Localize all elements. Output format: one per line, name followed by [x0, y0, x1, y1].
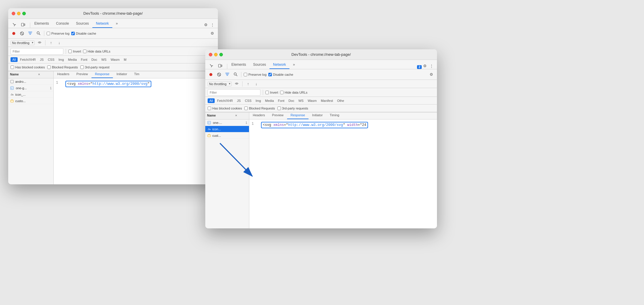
type-img-1[interactable]: Img [57, 57, 66, 62]
import-icon-1[interactable]: ↑ [48, 40, 54, 46]
detail-tab-response-2[interactable]: Response [287, 112, 309, 119]
type-doc-1[interactable]: Doc [90, 57, 99, 62]
import-icon-2[interactable]: ↑ [245, 81, 251, 87]
record-button-1[interactable] [11, 30, 17, 37]
type-other-2[interactable]: Othe [335, 98, 346, 103]
settings-icon-2[interactable]: ⚙ [422, 63, 428, 69]
tab-console-1[interactable]: Console [52, 20, 72, 28]
file-row-cust-2[interactable]: cust... [205, 132, 249, 139]
type-css-1[interactable]: CSS [46, 57, 56, 62]
type-font-2[interactable]: Font [276, 98, 286, 103]
invert-checkbox-1[interactable] [68, 50, 72, 53]
type-ws-1[interactable]: WS [99, 57, 108, 62]
type-media-1[interactable]: Media [66, 57, 79, 62]
settings-icon-1[interactable]: ⚙ [203, 21, 209, 28]
third-party-checkbox-1[interactable] [80, 65, 84, 69]
third-party-label-2[interactable]: 3rd-party requests [277, 107, 308, 110]
blocked-requests-label-1[interactable]: Blocked Requests [47, 65, 78, 69]
preserve-log-label-2[interactable]: Preserve log [244, 73, 267, 76]
type-manifest-2[interactable]: Manifest [319, 98, 335, 103]
detail-tab-initiator-2[interactable]: Initiator [309, 112, 326, 119]
detail-tab-initiator-1[interactable]: Initiator [113, 71, 131, 78]
close-button-2[interactable] [209, 53, 212, 56]
type-all-1[interactable]: All [11, 57, 18, 62]
more-icon-1[interactable]: ⋮ [209, 21, 216, 28]
type-fetch-1[interactable]: Fetch/XHR [18, 57, 38, 62]
preserve-log-checkbox-2[interactable] [244, 73, 247, 76]
filter-input-2[interactable] [208, 89, 260, 96]
preserve-log-checkbox-1[interactable] [47, 32, 50, 35]
wifi-icon-1[interactable] [36, 40, 43, 46]
type-js-1[interactable]: JS [38, 57, 45, 62]
disable-cache-label-1[interactable]: Disable cache [71, 32, 96, 35]
search-icon-2[interactable] [232, 71, 239, 78]
type-wasm-1[interactable]: Wasm [109, 57, 121, 62]
type-js-2[interactable]: JS [235, 98, 243, 103]
type-all-2[interactable]: All [208, 98, 215, 103]
tab-elements-1[interactable]: Elements [31, 20, 52, 28]
maximize-button-2[interactable] [219, 53, 223, 56]
type-ws-2[interactable]: WS [296, 98, 305, 103]
device-icon-1[interactable] [19, 21, 27, 28]
tab-more-2[interactable]: » [289, 61, 299, 69]
disable-cache-checkbox-1[interactable] [71, 32, 75, 35]
export-icon-1[interactable]: ↓ [56, 40, 62, 46]
wifi-icon-2[interactable] [233, 81, 240, 87]
blocked-requests-checkbox-2[interactable] [244, 107, 248, 110]
tab-sources-1[interactable]: Sources [72, 20, 92, 28]
more-icon-2[interactable]: ⋮ [428, 63, 435, 69]
record-button-2[interactable] [208, 71, 214, 78]
type-img-2[interactable]: Img [254, 98, 263, 103]
throttle-select-2[interactable]: No throttling [208, 82, 232, 86]
tab-more-1[interactable]: » [112, 20, 121, 28]
third-party-label-1[interactable]: 3rd-party request [80, 65, 110, 69]
close-button-1[interactable] [12, 12, 15, 15]
hide-data-urls-checkbox-2[interactable] [280, 91, 284, 94]
minimize-button-2[interactable] [214, 53, 218, 56]
file-row-andro-1[interactable]: andro... [8, 78, 53, 85]
disable-cache-label-2[interactable]: Disable cache [268, 73, 293, 76]
inspect-icon-2[interactable] [208, 63, 215, 69]
export-icon-2[interactable]: ↓ [253, 81, 260, 87]
filter-icon-1[interactable] [27, 30, 33, 37]
disable-cache-checkbox-2[interactable] [268, 73, 272, 76]
settings-toolbar-icon-1[interactable]: ⚙ [209, 30, 216, 37]
settings-toolbar-icon-2[interactable]: ⚙ [428, 71, 435, 78]
throttle-select-1[interactable]: No throttling [11, 41, 35, 45]
detail-tab-timing-1[interactable]: Tim [131, 71, 143, 78]
tab-network-2[interactable]: Network [270, 61, 289, 69]
tab-sources-2[interactable]: Sources [250, 61, 270, 69]
hide-data-urls-checkbox-1[interactable] [83, 50, 87, 53]
throttle-wrapper-1[interactable]: No throttling ▼ [11, 41, 35, 45]
minimize-button-1[interactable] [17, 12, 21, 15]
invert-checkbox-2[interactable] [265, 91, 269, 94]
invert-label-2[interactable]: Invert [265, 91, 278, 94]
file-row-icon-2[interactable]: icon... [205, 126, 249, 132]
type-fetch-2[interactable]: Fetch/XHR [215, 98, 235, 103]
hide-data-urls-label-1[interactable]: Hide data URLs [83, 50, 111, 53]
detail-tab-timing-2[interactable]: Timing [326, 112, 343, 119]
filter-icon-2[interactable] [224, 71, 231, 78]
type-more-1[interactable]: M [122, 57, 128, 62]
clear-button-1[interactable] [19, 30, 25, 37]
type-css-2[interactable]: CSS [243, 98, 253, 103]
file-row-one-2[interactable]: = one-... 1 [205, 119, 249, 126]
tab-elements-2[interactable]: Elements [228, 61, 250, 69]
inspect-icon-1[interactable] [11, 21, 18, 28]
preserve-log-label-1[interactable]: Preserve log [47, 32, 70, 35]
type-font-1[interactable]: Font [79, 57, 89, 62]
third-party-checkbox-2[interactable] [277, 107, 281, 110]
detail-tab-response-1[interactable]: Response [91, 71, 113, 78]
blocked-requests-label-2[interactable]: Blocked Requests [244, 107, 275, 110]
filter-input-1[interactable] [11, 48, 63, 55]
detail-tab-preview-2[interactable]: Preview [269, 112, 287, 119]
device-icon-2[interactable] [216, 63, 224, 69]
file-row-icon-1[interactable]: icon_... [8, 91, 53, 98]
blocked-cookies-checkbox-2[interactable] [208, 107, 211, 110]
blocked-cookies-label-1[interactable]: Has blocked cookies [11, 65, 45, 69]
search-icon-1[interactable] [35, 30, 42, 37]
type-wasm-2[interactable]: Wasm [306, 98, 318, 103]
blocked-cookies-checkbox-1[interactable] [11, 65, 14, 69]
maximize-button-1[interactable] [22, 12, 26, 15]
detail-tab-headers-2[interactable]: Headers [249, 112, 269, 119]
